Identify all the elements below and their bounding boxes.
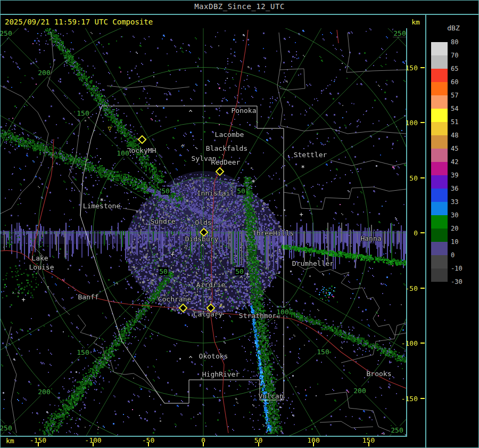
- radar-app-window: MaxDBZ_Since_12_UTC 2025/09/21 11:59:17 …: [0, 0, 479, 448]
- city-label: RockyMH: [127, 146, 156, 154]
- legend-tick-label: 48: [451, 132, 458, 139]
- city-label: Stettler: [294, 151, 327, 159]
- city-label: Ponoka: [232, 107, 257, 115]
- terrain-marker: ^: [188, 355, 192, 363]
- legend-color-block: [431, 268, 448, 282]
- legend-color-block: [431, 135, 448, 149]
- legend-color-block: [431, 189, 448, 202]
- range-ring-label: 250: [390, 426, 403, 434]
- bottom-axis-unit: km: [6, 437, 14, 445]
- range-ring-label: 250: [1, 424, 13, 432]
- range-ring-label: 200: [37, 69, 51, 77]
- legend-color-block: [431, 202, 448, 215]
- city-label: HighRiver: [202, 370, 240, 378]
- right-axis-tick-mark: [420, 343, 425, 344]
- terrain-marker: *: [251, 178, 255, 186]
- city-label: Vulcan: [259, 392, 284, 400]
- city-label: Blackfalds: [206, 144, 247, 152]
- azimuth-radial: [44, 28, 201, 228]
- legend-tick-label: 33: [451, 198, 458, 206]
- legend-tick-label: 39: [451, 172, 458, 179]
- bottom-axis-tick-mark: [313, 442, 314, 446]
- county-boundary-line: [284, 187, 406, 209]
- city-label: RedDeer: [211, 158, 241, 166]
- legend-tick-label: 60: [451, 78, 458, 86]
- azimuth-radial: [207, 28, 406, 229]
- legend-tick-label: 57: [451, 92, 458, 99]
- county-boundary-line: [320, 421, 373, 428]
- city-label: Lacombe: [215, 131, 244, 139]
- range-ring-label: 150: [76, 348, 89, 356]
- divider-line-top: [1, 14, 478, 15]
- range-ring-label: 50: [235, 267, 244, 275]
- product-timestamp: 2025/09/21 11:59:17 UTC Composite: [5, 18, 153, 26]
- window-title: MaxDBZ_Since_12_UTC: [1, 2, 478, 13]
- range-ring-label: 150: [76, 109, 89, 117]
- city-label: Airdrie: [196, 281, 226, 289]
- terrain-marker: ^: [180, 144, 184, 151]
- legend-tick-label: -10: [451, 265, 463, 272]
- right-axis-tick-label: 150: [399, 63, 418, 71]
- range-ring-label: 200: [353, 387, 366, 395]
- range-ring-label: 50: [236, 187, 246, 195]
- terrain-marker: +: [245, 271, 249, 278]
- terrain-marker: +: [299, 211, 303, 218]
- right-axis-tick-label: -50: [399, 284, 418, 292]
- city-label: Louise: [29, 263, 54, 271]
- city-label: Brooks: [367, 370, 392, 378]
- city-label: Sundre: [151, 217, 176, 225]
- right-axis-tick-label: 0: [399, 229, 418, 237]
- legend-color-block: [431, 255, 448, 268]
- legend-tick-label: 10: [451, 238, 458, 246]
- bottom-axis-tick-mark: [258, 442, 259, 446]
- county-boundary-line: [299, 266, 406, 335]
- city-label: Okotoks: [199, 352, 228, 360]
- highway-line: [31, 139, 54, 260]
- city-label: Cochrane: [158, 295, 192, 303]
- right-axis-tick-label: -100: [399, 339, 418, 347]
- legend-color-block: [431, 95, 448, 109]
- legend-tick-label: 0: [451, 251, 455, 259]
- bottom-axis-tick-mark: [368, 442, 369, 446]
- legend-color-block: [431, 69, 448, 82]
- county-boundary-line: [1, 86, 48, 214]
- terrain-marker: +: [21, 296, 25, 304]
- legend-divider: [425, 14, 426, 448]
- county-boundary-line: [341, 323, 406, 363]
- legend-color-block: [431, 122, 448, 135]
- legend-tick-label: 36: [451, 185, 458, 192]
- legend-color-block: [431, 175, 448, 189]
- right-axis-tick-mark: [420, 122, 425, 123]
- right-axis-tick-mark: [420, 177, 425, 178]
- legend-color-block: [431, 242, 448, 255]
- legend-tick-label: 42: [451, 158, 458, 166]
- range-ring-label: 200: [37, 388, 51, 396]
- color-scale-title: dBZ: [444, 24, 463, 32]
- terrain-marker: ^: [200, 243, 204, 251]
- legend-tick-label: 65: [451, 65, 458, 72]
- right-axis-unit: km: [408, 18, 424, 26]
- radar-site-marker-check: ✓: [219, 302, 222, 309]
- bottom-axis-tick-mark: [203, 442, 204, 446]
- right-axis-tick-mark: [420, 398, 425, 399]
- range-ring-label: 100: [276, 308, 289, 316]
- range-ring-label: 50: [159, 267, 168, 275]
- city-label: Banff: [78, 293, 98, 301]
- city-label: ThreeHills: [252, 229, 294, 237]
- bottom-axis-tick-mark: [148, 442, 149, 446]
- terrain-marker: ^: [206, 198, 210, 205]
- legend-tick-label: 30: [451, 211, 458, 219]
- right-axis-tick-mark: [420, 67, 425, 68]
- radar-site-marker-arrow-down: ▽: [108, 125, 111, 132]
- range-ring-label: 250: [393, 29, 406, 37]
- city-label: Olds: [195, 218, 211, 226]
- terrain-marker: *: [301, 164, 304, 172]
- bottom-axis-tick-mark: [38, 442, 39, 446]
- city-label: Strathmore: [239, 312, 280, 320]
- radar-map-viewport[interactable]: PonokaLacombeBlackfaldsSylvanRedDeerStet…: [1, 28, 407, 437]
- right-axis-tick-mark: [420, 288, 425, 289]
- legend-color-block: [431, 215, 448, 229]
- county-boundary-line: [47, 32, 80, 216]
- legend-color-block: [431, 162, 448, 175]
- county-boundary-line: [331, 160, 406, 166]
